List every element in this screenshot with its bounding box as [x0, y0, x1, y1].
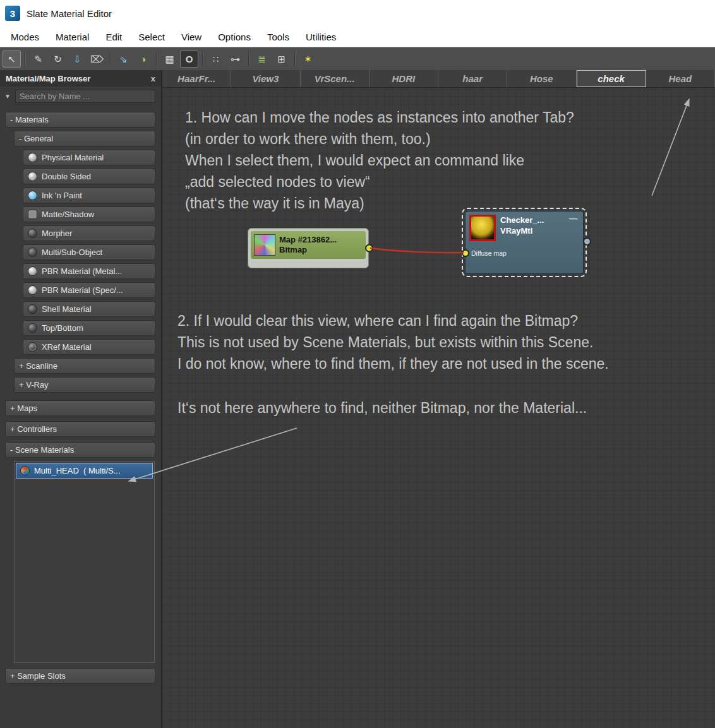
tab-vrscen[interactable]: VrScen...: [301, 70, 370, 87]
menu-item-view[interactable]: View: [173, 27, 210, 47]
slate-material-editor-window: 3 Slate Material Editor Modes Material E…: [0, 0, 715, 728]
category-scene-materials[interactable]: - Scene Materials: [5, 442, 155, 458]
material-item-physical-material[interactable]: Physical Material: [23, 150, 155, 165]
checker-node-title: Checker_...: [500, 215, 544, 225]
menu-item-modes[interactable]: Modes: [3, 27, 47, 47]
material-sphere-icon: [28, 248, 37, 257]
diffuse-map-input-socket[interactable]: [462, 249, 469, 257]
toolbar: ↖ ✎ ↻ ⇩ ⌦ ⇘ ◑ ▦ O ∷ ⊶ ≣ ⊞ ✶: [0, 47, 715, 70]
annotation-question-1: 1. How can I move the nodes as instances…: [185, 107, 574, 214]
checker-thumbnail: [469, 215, 496, 241]
material-item-label: Shell Material: [42, 304, 92, 314]
hide-unused-nodeslots-icon[interactable]: ◑: [134, 51, 152, 68]
material-item-xref-material[interactable]: XRef Material: [23, 339, 155, 355]
node-editor: HaarFr... View3 VrScen... HDRI haar Hose…: [162, 70, 715, 728]
browser-search-row: ▼: [0, 87, 161, 105]
bitmap-node-header: Map #213862... Bitmap: [251, 231, 366, 259]
category-controllers[interactable]: + Controllers: [5, 421, 155, 437]
annotation-line: „add selected nodes to view“: [185, 171, 574, 193]
toolbar-separator: [248, 52, 249, 66]
category-scanline[interactable]: + Scanline: [14, 358, 155, 374]
checker-node-body: Checker_... VRayMtl — Diffuse map: [465, 211, 584, 274]
category-materials[interactable]: - Materials: [5, 112, 155, 128]
close-icon[interactable]: x: [151, 74, 155, 83]
layout-children-icon[interactable]: ⊶: [226, 51, 244, 68]
menu-item-tools[interactable]: Tools: [259, 27, 297, 47]
node-view-canvas[interactable]: 1. How can I move the nodes as instances…: [162, 88, 715, 728]
browser-options-chevron-down-icon[interactable]: ▼: [4, 93, 11, 100]
diffuse-map-slot: Diffuse map: [469, 248, 579, 258]
material-item-ink-n-paint[interactable]: Ink 'n Paint: [23, 188, 155, 203]
checker-node-type: VRayMtl: [500, 225, 544, 236]
menu-item-edit[interactable]: Edit: [97, 27, 130, 47]
category-vray[interactable]: + V-Ray: [14, 377, 155, 393]
menu-item-options[interactable]: Options: [210, 27, 259, 47]
annotation-line: 2. If I would clear this view, where can…: [177, 310, 609, 331]
material-item-multi-sub-object[interactable]: Multi/Sub-Object: [23, 244, 155, 260]
material-item-label: Double Sided: [42, 172, 91, 181]
parameter-editor-toggle-icon[interactable]: ⊞: [272, 51, 291, 68]
browser-panel-header: Material/Map Browser x: [0, 70, 161, 87]
material-map-browser-panel: Material/Map Browser x ▼ - Materials - G…: [0, 70, 162, 728]
select-tool-icon[interactable]: ↖: [3, 51, 21, 68]
material-item-matte-shadow[interactable]: Matte/Shadow: [23, 206, 155, 222]
menu-item-select[interactable]: Select: [130, 27, 173, 47]
annotation-question-3: It‘s not here anywhere to find, neither …: [177, 397, 587, 419]
diffuse-map-slot-label: Diffuse map: [471, 249, 507, 257]
tab-view3[interactable]: View3: [231, 70, 300, 87]
category-maps[interactable]: + Maps: [5, 400, 155, 416]
pick-material-eyedropper-icon[interactable]: ✎: [29, 51, 47, 68]
menu-item-material[interactable]: Material: [47, 27, 97, 47]
toolbar-separator: [294, 52, 295, 66]
select-by-material-icon[interactable]: ✶: [299, 51, 317, 68]
assign-material-icon[interactable]: ⇩: [68, 51, 87, 68]
browser-panel-title: Material/Map Browser: [6, 74, 90, 83]
checker-output-socket[interactable]: [583, 237, 591, 246]
bitmap-output-socket[interactable]: [365, 244, 373, 253]
layout-all-icon[interactable]: ∷: [207, 51, 225, 68]
bitmap-map-node[interactable]: Map #213862... Bitmap: [248, 228, 369, 268]
put-material-to-scene-icon[interactable]: ↻: [49, 51, 67, 68]
material-item-label: XRef Material: [42, 342, 92, 352]
material-item-top-bottom[interactable]: Top/Bottom: [23, 320, 155, 336]
titlebar: 3 Slate Material Editor: [0, 0, 715, 27]
material-item-label: PBR Material (Spec/...: [42, 285, 123, 295]
material-item-double-sided[interactable]: Double Sided: [23, 169, 155, 184]
move-children-icon[interactable]: ⇘: [114, 51, 133, 68]
tab-head[interactable]: Head: [646, 70, 715, 87]
checker-node-header: Checker_... VRayMtl: [469, 215, 579, 241]
checker-vraymtl-node-selected[interactable]: Checker_... VRayMtl — Diffuse map: [462, 208, 587, 277]
toolbar-separator: [202, 52, 203, 66]
material-item-morpher[interactable]: Morpher: [23, 225, 155, 241]
content-area: Material/Map Browser x ▼ - Materials - G…: [0, 70, 715, 728]
material-item-label: Morpher: [42, 229, 72, 238]
delete-selected-icon[interactable]: ⌦: [88, 51, 106, 68]
annotation-line: I do not know, where to find them, if th…: [177, 353, 609, 374]
tab-hdri[interactable]: HDRI: [370, 70, 438, 87]
tab-haar[interactable]: haar: [438, 70, 507, 87]
annotation-line: It‘s not here anywhere to find, neither …: [177, 397, 587, 419]
search-by-name-input[interactable]: [15, 90, 155, 103]
material-item-pbr-spec[interactable]: PBR Material (Spec/...: [23, 282, 155, 298]
category-sample-slots[interactable]: + Sample Slots: [5, 668, 155, 684]
menu-item-utilities[interactable]: Utilities: [297, 27, 344, 47]
material-item-shell-material[interactable]: Shell Material: [23, 301, 155, 317]
show-background-icon[interactable]: ▦: [160, 51, 179, 68]
show-end-result-icon[interactable]: O: [180, 51, 198, 68]
material-item-label: PBR Material (Metal...: [42, 266, 122, 276]
scene-material-item-label: Multi_HEAD ( Multi/S...: [34, 466, 121, 475]
bitmap-thumbnail: [254, 234, 275, 256]
material-map-browser-toggle-icon[interactable]: ≣: [253, 51, 271, 68]
category-general[interactable]: - General: [14, 131, 155, 146]
tab-haarfr[interactable]: HaarFr...: [162, 70, 231, 87]
node-minimize-icon[interactable]: —: [569, 213, 577, 223]
annotation-line: 1. How can I move the nodes as instances…: [185, 107, 574, 128]
window-title: Slate Material Editor: [27, 8, 112, 19]
material-item-pbr-metal[interactable]: PBR Material (Metal...: [23, 263, 155, 279]
tab-hose[interactable]: Hose: [507, 70, 576, 87]
toolbar-separator: [25, 52, 25, 66]
material-item-label: Top/Bottom: [42, 323, 83, 333]
scene-material-item-multi-head[interactable]: Multi_HEAD ( Multi/S...: [16, 463, 153, 479]
tab-check-active[interactable]: check: [577, 70, 646, 87]
material-sphere-icon: [28, 323, 37, 333]
